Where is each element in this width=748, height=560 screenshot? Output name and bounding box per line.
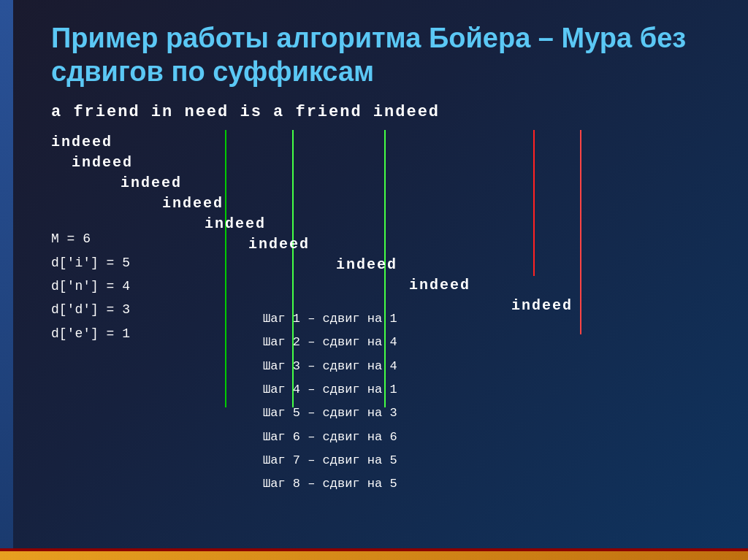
step-7: Шаг 7 – сдвиг на 5 <box>263 449 397 472</box>
main-string: a friend in need is a friend indeed <box>51 103 711 121</box>
indeed-row-6: indeed <box>248 234 711 255</box>
indeed-row-5: indeed <box>205 214 711 234</box>
step-3: Шаг 3 – сдвиг на 4 <box>263 355 397 378</box>
step-4: Шаг 4 – сдвиг на 1 <box>263 378 397 402</box>
indeed-row-9: indeed <box>511 296 711 316</box>
step-5: Шаг 5 – сдвиг на 3 <box>263 402 397 425</box>
indeed-row-8: indeed <box>409 275 711 296</box>
indeed-row-3: indeed <box>121 173 711 193</box>
indeed-row-4: indeed <box>162 193 711 214</box>
info-di: d['i'] = 5 <box>51 251 130 275</box>
info-block: M = 6 d['i'] = 5 d['n'] = 4 d['d'] = 3 d… <box>51 227 130 345</box>
steps-block: Шаг 1 – сдвиг на 1 Шаг 2 – сдвиг на 4 Ша… <box>263 307 397 496</box>
step-1: Шаг 1 – сдвиг на 1 <box>263 307 397 331</box>
indeed-row-1: indeed <box>51 132 711 153</box>
slide-title: Пример работы алгоритма Бойера – Мура бе… <box>51 22 711 88</box>
info-dd: d['d'] = 3 <box>51 298 130 321</box>
info-dn: d['n'] = 4 <box>51 275 130 298</box>
info-de: d['e'] = 1 <box>51 322 130 345</box>
indeed-row-2: indeed <box>72 153 711 173</box>
step-2: Шаг 2 – сдвиг на 4 <box>263 331 397 354</box>
step-6: Шаг 6 – сдвиг на 6 <box>263 426 397 449</box>
info-m: M = 6 <box>51 227 130 250</box>
bottom-accent-bar <box>0 551 748 560</box>
slide-container: Пример работы алгоритма Бойера – Мура бе… <box>0 0 748 560</box>
indeed-row-7: indeed <box>336 255 711 275</box>
step-8: Шаг 8 – сдвиг на 5 <box>263 472 397 496</box>
left-accent-bar <box>0 0 13 560</box>
content-area: indeed indeed indeed indeed indeed indee… <box>51 132 711 468</box>
